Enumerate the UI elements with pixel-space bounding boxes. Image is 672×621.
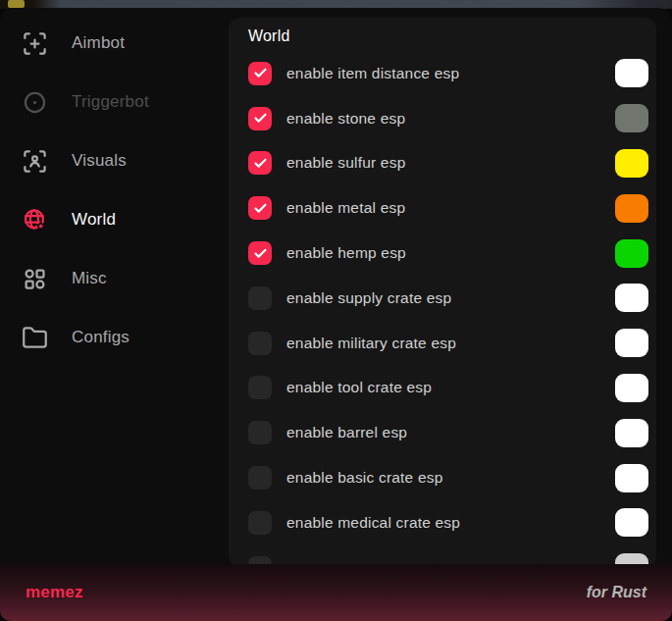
checkbox[interactable] [248, 62, 272, 85]
checkbox[interactable] [248, 107, 272, 130]
checkmark-icon [253, 66, 268, 80]
sidebar-item-label: Visuals [72, 151, 127, 171]
target-icon [22, 89, 48, 116]
sidebar-item-aimbot[interactable]: Aimbot [0, 14, 229, 73]
sidebar-item-visuals[interactable]: Visuals [0, 131, 229, 190]
color-swatch[interactable] [615, 464, 648, 492]
globe-icon [22, 207, 48, 233]
sidebar-item-label: Misc [72, 269, 107, 288]
crosshair-scan-icon [22, 30, 48, 57]
option-row: enable military crate esp [248, 321, 648, 366]
option-label: enable military crate esp [286, 335, 615, 352]
sidebar-item-world[interactable]: World [0, 190, 229, 249]
option-label: enable item distance esp [286, 65, 615, 82]
color-swatch[interactable] [615, 239, 648, 268]
option-label: enable medical crate esp [286, 514, 615, 532]
brand-label: memez [26, 583, 83, 602]
checkbox[interactable] [248, 241, 272, 265]
sidebar-item-misc[interactable]: Misc [0, 249, 229, 308]
checkbox[interactable] [248, 286, 272, 310]
color-swatch[interactable] [615, 284, 648, 312]
tagline-label: for Rust [587, 584, 646, 601]
sidebar-item-triggerbot[interactable]: Triggerbot [0, 73, 229, 131]
checkbox[interactable] [248, 332, 272, 355]
option-row: enable hemp esp [248, 231, 648, 276]
sidebar-item-label: Aimbot [72, 33, 125, 53]
color-swatch[interactable] [615, 149, 648, 178]
color-swatch[interactable] [615, 508, 648, 537]
sidebar: Aimbot Triggerbot Visuals World Misc Con… [0, 8, 229, 367]
option-row: enable stone esp [248, 96, 648, 141]
sidebar-item-configs[interactable]: Configs [0, 308, 229, 367]
shapes-grid-icon [22, 266, 48, 292]
sidebar-item-label: Triggerbot [72, 92, 149, 112]
checkbox[interactable] [248, 196, 272, 220]
world-panel: World enable item distance esp enable st… [229, 18, 656, 567]
folder-icon [22, 325, 48, 351]
color-swatch[interactable] [615, 59, 648, 87]
option-row: enable medical crate esp [248, 500, 648, 545]
option-list: enable item distance esp enable stone es… [248, 51, 648, 567]
option-label: enable sulfur esp [286, 154, 615, 172]
option-row: enable basic crate esp [248, 455, 648, 500]
panel-title: World [248, 26, 648, 47]
checkbox[interactable] [248, 511, 272, 535]
cheat-menu-window: Aimbot Triggerbot Visuals World Misc Con… [0, 8, 672, 621]
sidebar-item-label: World [72, 210, 116, 230]
color-swatch[interactable] [615, 194, 648, 223]
option-row: enable item distance esp [248, 51, 648, 96]
option-row: enable supply crate esp [248, 276, 648, 321]
color-swatch[interactable] [615, 374, 648, 402]
color-swatch[interactable] [615, 104, 648, 132]
scan-person-icon [22, 148, 48, 175]
checkbox[interactable] [248, 466, 272, 490]
option-label: enable supply crate esp [286, 289, 615, 307]
option-label: enable metal esp [286, 199, 615, 217]
option-row: enable tool crate esp [248, 366, 648, 411]
checkbox[interactable] [248, 421, 272, 444]
checkbox[interactable] [248, 151, 272, 175]
option-label: enable barrel esp [286, 424, 615, 441]
footer-bar: memez for Rust [0, 564, 672, 621]
checkbox[interactable] [248, 376, 272, 399]
option-label: enable hemp esp [286, 244, 615, 262]
sidebar-item-label: Configs [72, 328, 129, 347]
option-row: enable sulfur esp [248, 141, 648, 186]
color-swatch[interactable] [615, 329, 648, 357]
checkmark-icon [253, 246, 268, 261]
option-label: enable stone esp [286, 110, 615, 128]
checkmark-icon [253, 156, 268, 171]
option-row: enable metal esp [248, 185, 648, 231]
checkmark-icon [253, 111, 268, 126]
game-background-fragment [8, 0, 25, 8]
option-label: enable basic crate esp [286, 469, 615, 487]
option-label: enable tool crate esp [286, 379, 615, 396]
option-row: enable barrel esp [248, 410, 648, 455]
color-swatch[interactable] [615, 419, 648, 447]
checkmark-icon [253, 201, 268, 216]
